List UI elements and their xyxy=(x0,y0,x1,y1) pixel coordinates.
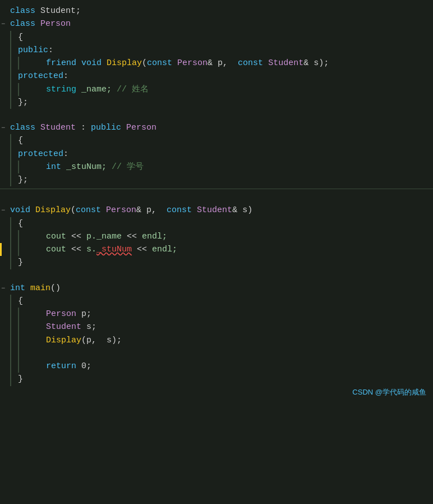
code-token: { xyxy=(18,217,23,230)
code-token: _stuNum; xyxy=(61,161,107,173)
code-token: return xyxy=(26,360,76,373)
watermark: CSDN @学代码的咸鱼 xyxy=(352,387,426,398)
code-line: return 0; xyxy=(0,360,433,373)
code-token: Person xyxy=(172,57,208,70)
indent-guide xyxy=(18,360,19,373)
code-token: _name xyxy=(96,230,122,243)
indent-guide xyxy=(18,308,19,320)
code-line xyxy=(0,109,433,121)
code-token: _name; xyxy=(76,83,112,96)
fold-icon[interactable]: − xyxy=(1,205,5,216)
indent-guide xyxy=(10,173,11,186)
code-token: public xyxy=(18,44,48,57)
code-token: { xyxy=(18,134,23,147)
code-token: protected xyxy=(18,70,63,83)
code-token: ( xyxy=(142,57,147,70)
code-token: class xyxy=(10,4,35,17)
code-token: : xyxy=(63,70,68,83)
indent-guide xyxy=(10,83,11,96)
code-token: : xyxy=(48,44,53,57)
code-token: endl; xyxy=(142,230,167,243)
code-line xyxy=(0,269,433,282)
indent-guide xyxy=(10,96,11,109)
code-line: class Student; xyxy=(0,4,433,17)
code-token: protected xyxy=(18,148,63,161)
indent-guide xyxy=(18,230,19,243)
code-token: p. xyxy=(86,230,96,243)
code-line: { xyxy=(0,217,433,230)
code-token: public xyxy=(91,121,121,134)
section-separator xyxy=(0,189,433,189)
code-line: int _stuNum; // 学号 xyxy=(0,161,433,173)
code-line: { xyxy=(0,295,433,308)
code-token: const xyxy=(147,57,172,70)
code-token: & s); xyxy=(303,57,329,70)
code-token: }; xyxy=(18,96,28,109)
code-token: Display xyxy=(102,57,142,70)
code-token: Student; xyxy=(35,4,81,17)
code-token: const xyxy=(76,204,101,217)
code-token: Person xyxy=(35,17,71,30)
indent-guide xyxy=(10,360,11,373)
indent-guide xyxy=(18,243,19,256)
code-token: { xyxy=(18,31,23,44)
indent-guide xyxy=(10,217,11,230)
code-token: & p, xyxy=(208,57,238,70)
code-token: & p, xyxy=(136,204,167,217)
code-token: s. xyxy=(86,243,96,256)
code-token: Display xyxy=(26,334,81,347)
code-token: Student xyxy=(35,121,76,134)
code-line: { xyxy=(0,31,433,44)
code-token: : xyxy=(76,121,91,134)
fold-icon[interactable]: − xyxy=(1,19,5,30)
code-token: class xyxy=(10,121,35,134)
indent-guide xyxy=(10,373,11,386)
code-token: p; xyxy=(76,308,91,320)
code-line: } xyxy=(0,256,433,269)
code-token: () xyxy=(50,282,61,295)
code-token: ( xyxy=(71,204,76,217)
code-line: cout << s._stuNum << endl; xyxy=(0,243,433,256)
indent-guide xyxy=(10,230,11,243)
code-line: protected: xyxy=(0,70,433,83)
indent-guide xyxy=(10,243,11,256)
code-token: Person xyxy=(26,308,76,320)
code-token: class xyxy=(10,17,35,30)
code-token: 0; xyxy=(76,360,91,373)
code-token: }; xyxy=(18,173,28,186)
code-token: int xyxy=(26,161,61,173)
code-token: cout xyxy=(26,230,66,243)
indent-guide xyxy=(10,70,11,83)
indent-guide xyxy=(18,347,19,360)
indent-guide xyxy=(10,161,11,173)
code-token: : xyxy=(63,148,68,161)
code-token: Student xyxy=(26,320,81,333)
code-line: Person p; xyxy=(0,308,433,320)
code-token: Person xyxy=(101,204,136,217)
code-token: s; xyxy=(81,320,96,333)
code-token: int xyxy=(10,282,25,295)
code-token: main xyxy=(25,282,50,295)
fold-icon[interactable]: − xyxy=(1,123,5,134)
code-line: −class Person xyxy=(0,17,433,30)
code-token: Student xyxy=(263,57,303,70)
code-token: // 学号 xyxy=(107,161,144,173)
indent-guide xyxy=(10,308,11,320)
code-line: string _name; // 姓名 xyxy=(0,83,433,96)
indent-guide xyxy=(10,295,11,308)
code-line: }; xyxy=(0,173,433,186)
yellow-highlight-bar xyxy=(0,243,2,256)
code-token: const xyxy=(238,57,263,70)
indent-guide xyxy=(10,57,11,70)
code-line: } xyxy=(0,373,433,386)
code-line: friend void Display(const Person& p, con… xyxy=(0,57,433,70)
code-line: public: xyxy=(0,44,433,57)
code-token: void xyxy=(76,57,102,70)
indent-guide xyxy=(18,334,19,347)
fold-icon[interactable]: − xyxy=(1,283,5,294)
code-token: } xyxy=(18,373,23,386)
indent-guide xyxy=(10,256,11,269)
indent-guide xyxy=(18,320,19,333)
code-token: const xyxy=(167,204,192,217)
indent-guide xyxy=(10,148,11,161)
